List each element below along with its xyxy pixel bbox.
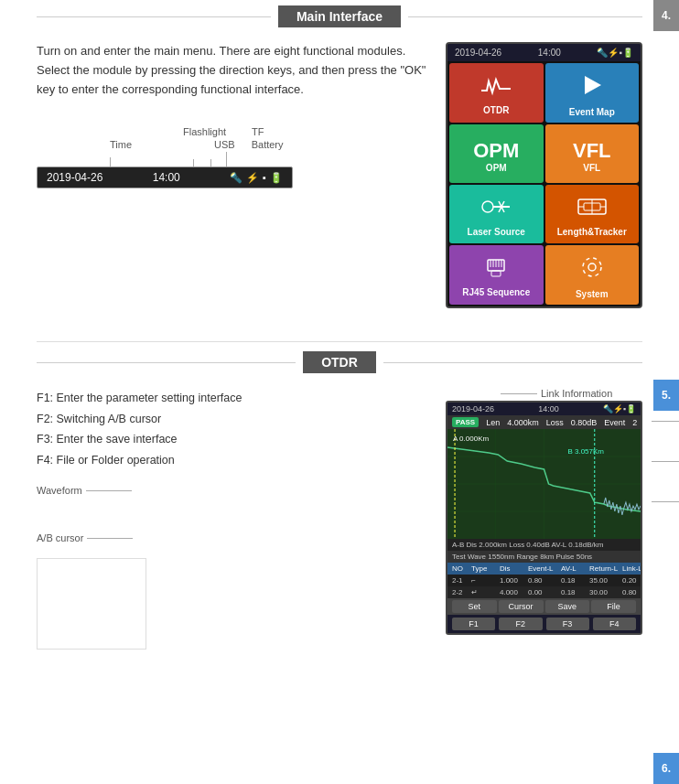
th-link-l: Link-L xyxy=(622,564,642,573)
otdr-screen: 2019-04-26 14:00 🔦⚡▪🔋 PASS Len 4.000km L… xyxy=(446,401,642,635)
test-conditions-text: Test Wave 1550nm Range 8km Pulse 50ns xyxy=(452,553,592,561)
rj45-label: RJ45 Sequence xyxy=(462,287,530,297)
tile-otdr[interactable]: OTDR xyxy=(449,63,544,123)
ab-cursor-label: A/B cursor xyxy=(37,532,83,543)
usb-icon: ⚡ xyxy=(246,172,259,184)
tile-laser[interactable]: Laser Source xyxy=(449,185,544,243)
f1-key[interactable]: F1 xyxy=(452,618,495,630)
page-tab-6: 6. xyxy=(653,753,679,784)
label-battery: Battery xyxy=(252,139,284,150)
tile-vfl[interactable]: VFL VFL xyxy=(545,124,640,183)
f2-key[interactable]: F2 xyxy=(499,618,542,630)
link-info-annot: Link Information xyxy=(501,388,642,399)
loss-val: 0.80dB xyxy=(571,418,598,427)
length-label: Length&Tracker xyxy=(557,227,627,237)
event-val: 2 xyxy=(632,418,637,427)
vfl-text: VFL xyxy=(573,139,611,163)
tile-system[interactable]: System xyxy=(545,245,640,305)
section1-description: Turn on and enter the main menu. There a… xyxy=(37,42,427,99)
laser-label: Laser Source xyxy=(468,227,525,237)
svg-rect-17 xyxy=(491,271,501,276)
th-no: NO xyxy=(452,564,470,573)
otdr-fkeys: F1 F2 F3 F4 xyxy=(447,615,641,633)
statusbar-diagram: Flashlight TF Time USB Battery xyxy=(37,126,427,188)
system-icon xyxy=(579,254,605,285)
th-return-l: Return-L xyxy=(589,564,621,573)
system-label: System xyxy=(576,289,609,299)
len-label: Len xyxy=(486,418,500,427)
rj45-icon xyxy=(480,256,512,284)
svg-point-2 xyxy=(482,201,493,212)
label-tf: TF xyxy=(252,126,264,137)
tf-icon: ▪ xyxy=(263,172,266,183)
th-event-l: Event-L xyxy=(528,564,560,573)
marker-b: B 3.057Km xyxy=(567,447,604,456)
f3-key[interactable]: F3 xyxy=(546,618,589,630)
save-btn[interactable]: Save xyxy=(545,600,590,613)
waveform-svg xyxy=(447,429,641,539)
vfl-label: VFL xyxy=(583,163,600,173)
tile-length[interactable]: Length&Tracker xyxy=(545,185,640,243)
otdr-ab-info: A-B Dis 2.000km Loss 0.40dB AV-L 0.18dB/… xyxy=(447,539,641,551)
ab-info-text: A-B Dis 2.000km Loss 0.40dB AV-L 0.18dB/… xyxy=(452,541,603,549)
tile-rj45[interactable]: RJ45 Sequence xyxy=(449,245,544,305)
device-date: 2019-04-26 xyxy=(455,48,501,58)
event-label: Event xyxy=(604,418,625,427)
file-btn[interactable]: File xyxy=(591,600,636,613)
cursor-btn[interactable]: Cursor xyxy=(499,600,544,613)
left-annotations: Waveform A/B cursor xyxy=(37,485,431,543)
eventmap-label: Event Map xyxy=(569,107,615,117)
laser-icon xyxy=(480,196,512,223)
test-conditions-annot: Test Conditions xyxy=(652,456,679,467)
table-row-2: 2-2 ↵ 4.000 0.00 0.18 30.00 0.80 xyxy=(447,586,641,598)
otdr-screen-wrapper: Link Information 2019-04-26 14:00 🔦⚡▪🔋 P… xyxy=(446,388,642,650)
device-status-bar: 2019-04-26 14:00 🔦⚡▪🔋 xyxy=(447,44,641,61)
section1: Main Interface Turn on and enter the mai… xyxy=(0,0,679,327)
statusbar-time: 14:00 xyxy=(153,171,180,184)
label-time: Time xyxy=(110,139,132,150)
section2-title: OTDR xyxy=(303,351,376,373)
statusbar-icons: 🔦 ⚡ ▪ 🔋 xyxy=(230,172,283,184)
section1-header: Main Interface xyxy=(37,0,642,27)
ab-info-annot: A/B Information xyxy=(652,415,679,426)
event-list-annot: Event List xyxy=(652,496,679,507)
header-line-left xyxy=(37,16,271,17)
device-icons: 🔦⚡▪🔋 xyxy=(597,48,633,58)
length-icon xyxy=(577,196,608,223)
ab-cursor-annot: A/B cursor xyxy=(37,532,431,543)
svg-marker-1 xyxy=(585,76,601,94)
section1-left: Turn on and enter the main menu. There a… xyxy=(37,42,427,188)
otdr-date: 2019-04-26 xyxy=(452,404,494,413)
otdr-footer: Set Cursor Save File xyxy=(447,598,641,615)
label-flashlight: Flashlight xyxy=(183,126,226,137)
svg-point-19 xyxy=(583,258,601,276)
label-usb: USB xyxy=(214,139,235,150)
otdr-time: 14:00 xyxy=(538,404,559,413)
loss-label: Loss xyxy=(546,418,564,427)
tile-eventmap[interactable]: Event Map xyxy=(545,63,640,123)
tile-opm[interactable]: OPM OPM xyxy=(449,124,544,183)
device-time: 14:00 xyxy=(538,48,561,58)
otdr-icon xyxy=(480,74,512,102)
right-annotations: A/B Information Test Conditions Event Li… xyxy=(652,415,679,507)
otdr-status-icons: 🔦⚡▪🔋 xyxy=(603,404,636,413)
flashlight-icon: 🔦 xyxy=(230,172,242,184)
otdr-right: Link Information 2019-04-26 14:00 🔦⚡▪🔋 P… xyxy=(446,388,642,650)
otdr-waveform: A 0.000Km B 3.057Km xyxy=(447,429,641,539)
section1-content: Turn on and enter the main menu. There a… xyxy=(37,42,642,308)
section2-content: F1: Enter the parameter setting interfac… xyxy=(37,388,642,650)
th-av-l: AV-L xyxy=(561,564,588,573)
otdr-status-bar: 2019-04-26 14:00 🔦⚡▪🔋 xyxy=(447,403,641,415)
device-screen: 2019-04-26 14:00 🔦⚡▪🔋 OTDR xyxy=(446,42,642,308)
f4-key[interactable]: F4 xyxy=(593,618,636,630)
th-dis: Dis xyxy=(500,564,527,573)
diagram-box xyxy=(37,558,146,650)
table-row-1: 2-1 ⌐ 1.000 0.80 0.18 35.00 0.20 xyxy=(447,575,641,586)
otdr-conditions: Test Wave 1550nm Range 8km Pulse 50ns xyxy=(447,551,641,563)
len-val: 4.000km xyxy=(507,418,539,427)
waveform-label: Waveform xyxy=(37,485,82,496)
section2-header: OTDR xyxy=(37,351,642,373)
set-btn[interactable]: Set xyxy=(452,600,497,613)
statusbar-mock: 2019-04-26 14:00 🔦 ⚡ ▪ 🔋 xyxy=(37,166,293,188)
opm-text: OPM xyxy=(473,139,519,163)
